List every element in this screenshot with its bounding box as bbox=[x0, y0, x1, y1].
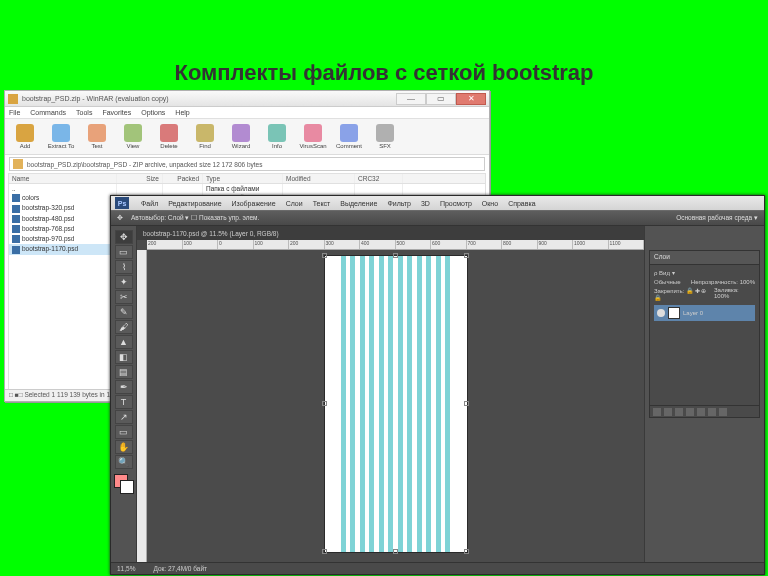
tb-add[interactable]: Add bbox=[9, 121, 41, 153]
ps-menu-item[interactable]: Фильтр bbox=[387, 200, 411, 207]
menu-help[interactable]: Help bbox=[175, 109, 189, 116]
eyedropper-tool[interactable]: ✎ bbox=[115, 305, 133, 319]
menu-file[interactable]: File bbox=[9, 109, 20, 116]
group-icon[interactable] bbox=[697, 408, 705, 416]
ps-menu-item[interactable]: Файл bbox=[141, 200, 158, 207]
tb-comment[interactable]: Comment bbox=[333, 121, 365, 153]
lock-controls[interactable]: Закрепить: 🔒 ✚ ⊕ 🔒 bbox=[654, 287, 714, 301]
tb-info[interactable]: Info bbox=[261, 121, 293, 153]
ps-menu-item[interactable]: Текст bbox=[313, 200, 331, 207]
link-layers-icon[interactable] bbox=[653, 408, 661, 416]
close-button[interactable]: ✕ bbox=[456, 93, 486, 105]
ps-panels-dock: Слои ρ Вид ▾ Обычные Непрозрачность: 100… bbox=[644, 226, 764, 562]
menu-favorites[interactable]: Favorites bbox=[102, 109, 131, 116]
col-packed[interactable]: Packed bbox=[163, 174, 203, 183]
maximize-button[interactable]: ▭ bbox=[426, 93, 456, 105]
ps-options-left[interactable]: Автовыбор: Слой ▾ ☐ Показать упр. элем. bbox=[131, 214, 259, 222]
page-title: Комплекты файлов с сеткой bootstrap bbox=[0, 0, 768, 94]
ps-tools-panel: ✥ ▭ ⌇ ✦ ✂ ✎ 🖌 ▲ ◧ ▤ ✒ T ↗ ▭ ✋ 🔍 bbox=[111, 226, 137, 562]
move-tool-icon: ✥ bbox=[117, 214, 123, 222]
stamp-tool[interactable]: ▲ bbox=[115, 335, 133, 349]
ps-statusbar: 11,5% Док: 27,4M/0 байт bbox=[111, 562, 764, 574]
tb-find[interactable]: Find bbox=[189, 121, 221, 153]
color-swatches[interactable] bbox=[114, 474, 134, 494]
blend-mode-select[interactable]: Обычные bbox=[654, 279, 681, 285]
type-tool[interactable]: T bbox=[115, 395, 133, 409]
ps-document-tab[interactable]: bootstrap-1170.psd @ 11.5% (Layer 0, RGB… bbox=[137, 226, 644, 240]
ps-workspace-switcher[interactable]: Основная рабочая среда ▾ bbox=[676, 214, 758, 222]
tb-extract-to[interactable]: Extract To bbox=[45, 121, 77, 153]
trash-icon[interactable] bbox=[719, 408, 727, 416]
ps-menu-item[interactable]: Справка bbox=[508, 200, 535, 207]
ps-menu-item[interactable]: Просмотр bbox=[440, 200, 472, 207]
col-crc32[interactable]: CRC32 bbox=[355, 174, 403, 183]
hand-tool[interactable]: ✋ bbox=[115, 440, 133, 454]
lasso-tool[interactable]: ⌇ bbox=[115, 260, 133, 274]
winrar-toolbar: AddExtract ToTestViewDeleteFindWizardInf… bbox=[5, 119, 489, 155]
folder-icon bbox=[13, 159, 23, 169]
tb-test[interactable]: Test bbox=[81, 121, 113, 153]
zoom-tool[interactable]: 🔍 bbox=[115, 455, 133, 469]
marquee-tool[interactable]: ▭ bbox=[115, 245, 133, 259]
tb-delete[interactable]: Delete bbox=[153, 121, 185, 153]
ps-menu-item[interactable]: 3D bbox=[421, 200, 430, 207]
tb-wizard[interactable]: Wizard bbox=[225, 121, 257, 153]
layer-row[interactable]: Layer 0 bbox=[654, 305, 755, 321]
path-tool[interactable]: ↗ bbox=[115, 410, 133, 424]
winrar-menubar: FileCommandsToolsFavoritesOptionsHelp bbox=[5, 107, 489, 119]
ps-ruler-horizontal: 2001000100200300400500600700800900100011… bbox=[147, 240, 644, 250]
tb-view[interactable]: View bbox=[117, 121, 149, 153]
doc-info: Док: 27,4M/0 байт bbox=[153, 565, 207, 572]
fill-value[interactable]: 100% bbox=[714, 293, 729, 299]
layers-panel-footer bbox=[650, 405, 759, 417]
ps-options-bar: ✥ Автовыбор: Слой ▾ ☐ Показать упр. элем… bbox=[111, 210, 764, 226]
ps-menu-item[interactable]: Окно bbox=[482, 200, 498, 207]
layers-panel-title[interactable]: Слои bbox=[650, 251, 759, 265]
ps-canvas-area[interactable] bbox=[147, 250, 644, 562]
brush-tool[interactable]: 🖌 bbox=[115, 320, 133, 334]
gradient-tool[interactable]: ▤ bbox=[115, 365, 133, 379]
layer-name[interactable]: Layer 0 bbox=[683, 310, 703, 316]
opacity-value[interactable]: 100% bbox=[740, 279, 755, 285]
tb-virusscan[interactable]: VirusScan bbox=[297, 121, 329, 153]
ps-menu-item[interactable]: Слои bbox=[286, 200, 303, 207]
menu-options[interactable]: Options bbox=[141, 109, 165, 116]
eraser-tool[interactable]: ◧ bbox=[115, 350, 133, 364]
col-type[interactable]: Type bbox=[203, 174, 283, 183]
pen-tool[interactable]: ✒ bbox=[115, 380, 133, 394]
menu-commands[interactable]: Commands bbox=[30, 109, 66, 116]
col-name[interactable]: Name bbox=[9, 174, 117, 183]
shape-tool[interactable]: ▭ bbox=[115, 425, 133, 439]
window-controls: — ▭ ✕ bbox=[396, 93, 486, 105]
ps-menubar: Ps ФайлРедактированиеИзображениеСлоиТекс… bbox=[111, 196, 764, 210]
adjustment-icon[interactable] bbox=[686, 408, 694, 416]
visibility-icon[interactable] bbox=[657, 309, 665, 317]
wand-tool[interactable]: ✦ bbox=[115, 275, 133, 289]
new-layer-icon[interactable] bbox=[708, 408, 716, 416]
menu-tools[interactable]: Tools bbox=[76, 109, 92, 116]
winrar-list-header[interactable]: NameSizePackedTypeModifiedCRC32 bbox=[9, 174, 485, 184]
winrar-title: bootstrap_PSD.zip - WinRAR (evaluation c… bbox=[22, 95, 169, 102]
crop-tool[interactable]: ✂ bbox=[115, 290, 133, 304]
col-size[interactable]: Size bbox=[117, 174, 163, 183]
move-tool[interactable]: ✥ bbox=[115, 230, 133, 244]
ps-canvas[interactable] bbox=[325, 256, 467, 552]
mask-icon[interactable] bbox=[675, 408, 683, 416]
winrar-titlebar[interactable]: bootstrap_PSD.zip - WinRAR (evaluation c… bbox=[5, 91, 489, 107]
tb-sfx[interactable]: SFX bbox=[369, 121, 401, 153]
layer-thumbnail[interactable] bbox=[668, 307, 680, 319]
fx-icon[interactable] bbox=[664, 408, 672, 416]
ps-ruler-vertical bbox=[137, 250, 147, 562]
minimize-button[interactable]: — bbox=[396, 93, 426, 105]
col-modified[interactable]: Modified bbox=[283, 174, 355, 183]
zoom-level[interactable]: 11,5% bbox=[117, 565, 135, 572]
ps-menu-item[interactable]: Изображение bbox=[232, 200, 276, 207]
layer-kind-filter[interactable]: ρ Вид ▾ bbox=[654, 269, 755, 276]
ps-menu-item[interactable]: Редактирование bbox=[168, 200, 221, 207]
layers-panel: Слои ρ Вид ▾ Обычные Непрозрачность: 100… bbox=[649, 250, 760, 418]
opacity-label: Непрозрачность: bbox=[691, 279, 738, 285]
winrar-path-bar[interactable]: bootstrap_PSD.zip\bootstrap_PSD - ZIP ar… bbox=[9, 157, 485, 171]
ps-menu-item[interactable]: Выделение bbox=[340, 200, 377, 207]
ps-logo-icon: Ps bbox=[115, 197, 129, 209]
file-row[interactable]: ..Папка с файлами bbox=[9, 184, 485, 193]
